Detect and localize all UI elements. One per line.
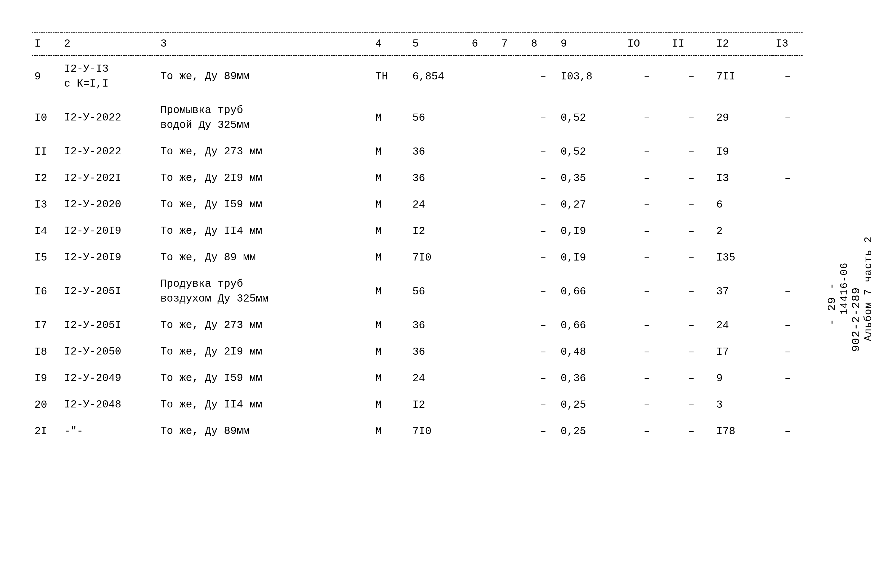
- table-cell: М: [373, 271, 410, 312]
- table-cell: [469, 191, 499, 218]
- table-cell: I9: [714, 138, 773, 165]
- col-header-10: IO: [625, 32, 669, 56]
- table-cell: 0,35: [558, 165, 625, 191]
- table-cell: 2I: [32, 418, 62, 444]
- col-header-6: 6: [469, 32, 499, 56]
- table-cell: –: [773, 312, 802, 339]
- table-cell: То же, Ду 273 мм: [158, 312, 373, 339]
- table-cell: –: [669, 244, 714, 271]
- table-cell: 36: [410, 339, 469, 365]
- table-cell: То же, Ду II4 мм: [158, 392, 373, 418]
- table-cell: [469, 418, 499, 444]
- table-cell: I78: [714, 418, 773, 444]
- table-cell: [499, 339, 528, 365]
- col-header-7: 7: [499, 32, 528, 56]
- table-cell: –: [773, 97, 802, 138]
- table-header-row: I 2 3 4 5 6 7 8 9 IO II I2 I3: [32, 32, 802, 56]
- table-cell: [469, 218, 499, 244]
- table-cell: [499, 138, 528, 165]
- table-cell: 24: [410, 365, 469, 392]
- table-cell: [469, 339, 499, 365]
- table-cell: I2-У-I3 с К=I,I: [62, 56, 158, 98]
- table-cell: 36: [410, 138, 469, 165]
- table-cell: М: [373, 392, 410, 418]
- table-cell: I2-У-2022: [62, 97, 158, 138]
- table-cell: –: [625, 392, 669, 418]
- table-cell: 0,25: [558, 392, 625, 418]
- table-cell: [469, 56, 499, 98]
- table-cell: 36: [410, 312, 469, 339]
- table-cell: 7I0: [410, 244, 469, 271]
- table-cell: 24: [410, 191, 469, 218]
- table-cell: –: [773, 56, 802, 98]
- table-row: I4I2-У-20I9То же, Ду II4 ммМI2–0,I9––2: [32, 218, 802, 244]
- table-cell: [469, 271, 499, 312]
- table-cell: –: [773, 418, 802, 444]
- table-cell: –: [669, 218, 714, 244]
- doc-ref-top: 902-2-289: [850, 236, 862, 352]
- table-cell: 24: [714, 312, 773, 339]
- table-cell: 37: [714, 271, 773, 312]
- table-row: I7I2-У-205IТо же, Ду 273 ммМ36–0,66––24–: [32, 312, 802, 339]
- table-cell: II: [32, 138, 62, 165]
- table-cell: I3: [714, 165, 773, 191]
- table-cell: 6,854: [410, 56, 469, 98]
- table-cell: –: [625, 365, 669, 392]
- table-cell: –: [528, 339, 558, 365]
- col-header-12: I2: [714, 32, 773, 56]
- table-cell: [469, 97, 499, 138]
- table-cell: 29: [714, 97, 773, 138]
- table-cell: –: [669, 165, 714, 191]
- table-cell: [499, 56, 528, 98]
- table-row: 9I2-У-I3 с К=I,IТо же, Ду 89ммТН6,854–I0…: [32, 56, 802, 98]
- table-row: 2I-"-То же, Ду 89ммМ7I0–0,25––I78–: [32, 418, 802, 444]
- table-cell: –: [773, 339, 802, 365]
- table-cell: [499, 271, 528, 312]
- side-text-panel: 902-2-289 Альбом 7 часть 2 - 29 - 14416-…: [823, 0, 877, 588]
- table-cell: 0,25: [558, 418, 625, 444]
- table-cell: [773, 191, 802, 218]
- table-cell: I8: [32, 339, 62, 365]
- table-cell: I2-У-202I: [62, 165, 158, 191]
- table-cell: –: [528, 165, 558, 191]
- table-cell: –: [669, 365, 714, 392]
- table-cell: [469, 138, 499, 165]
- table-cell: [499, 218, 528, 244]
- table-cell: –: [528, 365, 558, 392]
- table-cell: I35: [714, 244, 773, 271]
- table-cell: –: [669, 418, 714, 444]
- table-cell: М: [373, 312, 410, 339]
- table-row: I3I2-У-2020То же, Ду I59 ммМ24–0,27––6: [32, 191, 802, 218]
- table-cell: 0,52: [558, 97, 625, 138]
- table-cell: –: [528, 312, 558, 339]
- table-cell: I2: [410, 218, 469, 244]
- table-cell: 9: [32, 56, 62, 98]
- table-cell: –: [773, 271, 802, 312]
- table-cell: I6: [32, 271, 62, 312]
- document-number-bottom: - 29 - 14416-06: [826, 262, 850, 326]
- table-row: I8I2-У-2050То же, Ду 2I9 ммМ36–0,48––I7–: [32, 339, 802, 365]
- table-cell: 36: [410, 165, 469, 191]
- table-cell: М: [373, 339, 410, 365]
- table-cell: 0,48: [558, 339, 625, 365]
- table-cell: [773, 218, 802, 244]
- table-row: I9I2-У-2049То же, Ду I59 ммМ24–0,36––9–: [32, 365, 802, 392]
- table-cell: –: [625, 138, 669, 165]
- table-cell: 0,27: [558, 191, 625, 218]
- table-cell: 0,I9: [558, 244, 625, 271]
- table-cell: I2-У-205I: [62, 271, 158, 312]
- table-cell: –: [625, 97, 669, 138]
- table-cell: –: [625, 218, 669, 244]
- table-cell: То же, Ду 89мм: [158, 56, 373, 98]
- table-cell: 2: [714, 218, 773, 244]
- table-cell: [499, 165, 528, 191]
- table-cell: I0: [32, 97, 62, 138]
- table-cell: I2-У-2050: [62, 339, 158, 365]
- table-cell: М: [373, 191, 410, 218]
- table-row: 20I2-У-2048То же, Ду II4 ммМI2–0,25––3: [32, 392, 802, 418]
- table-cell: –: [669, 97, 714, 138]
- table-cell: I3: [32, 191, 62, 218]
- table-cell: То же, Ду I59 мм: [158, 191, 373, 218]
- table-cell: I2: [32, 165, 62, 191]
- table-cell: [469, 312, 499, 339]
